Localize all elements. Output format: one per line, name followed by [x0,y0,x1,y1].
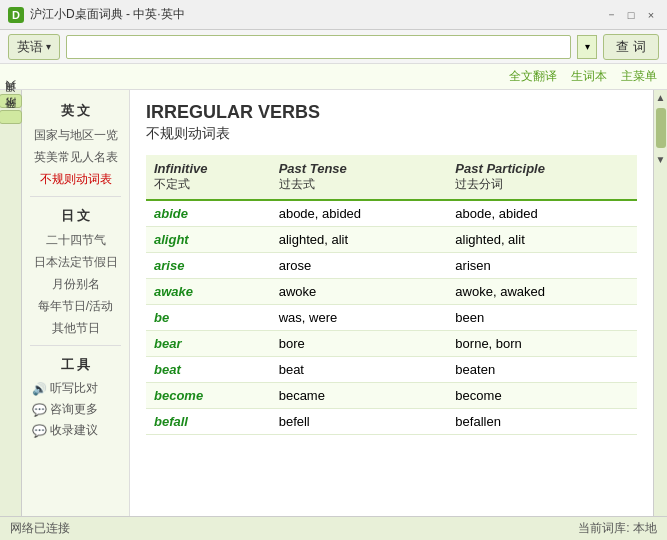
dictation-icon: 🔊 [32,382,47,396]
verb-link[interactable]: beat [154,362,181,377]
cell-past-participle: become [447,383,637,409]
cell-past-tense: arose [271,253,448,279]
cell-infinitive: befall [146,409,271,435]
cell-past-tense: abode, abided [271,200,448,227]
main-layout: 词典 附录 英 文 国家与地区一览 英美常见人名表 不规则动词表 日 文 二十四… [0,90,667,516]
table-row: befall befell befallen [146,409,637,435]
main-menu-link[interactable]: 主菜单 [621,68,657,85]
section-title-japanese: 日 文 [26,203,125,229]
maximize-button[interactable]: □ [623,7,639,23]
divider-1 [30,196,121,197]
toolbar: 英语 ▾ 查 词 [0,30,667,64]
scroll-up-arrow[interactable]: ▲ [654,90,668,104]
scroll-thumb[interactable] [656,108,666,148]
app-icon: D [8,7,24,23]
cell-past-tense: bore [271,331,448,357]
cell-infinitive: arise [146,253,271,279]
table-row: abide abode, abided abode, abided [146,200,637,227]
sidebar-nav: 英 文 国家与地区一览 英美常见人名表 不规则动词表 日 文 二十四节气 日本法… [22,90,130,516]
action-bar: 全文翻译 生词本 主菜单 [0,64,667,90]
table-row: become became become [146,383,637,409]
cell-past-participle: borne, born [447,331,637,357]
nav-irregular-verbs[interactable]: 不规则动词表 [26,168,125,190]
search-dropdown-arrow[interactable]: ▾ [577,35,597,59]
page-title-chinese: 不规则动词表 [146,125,637,143]
table-row: beat beat beaten [146,357,637,383]
verb-link[interactable]: awake [154,284,193,299]
cell-infinitive: abide [146,200,271,227]
divider-2 [30,345,121,346]
irregular-verbs-table: Infinitive 不定式 Past Tense 过去式 Past Parti… [146,155,637,435]
nav-dictation[interactable]: 🔊 听写比对 [26,378,125,399]
cell-infinitive: beat [146,357,271,383]
cell-past-tense: awoke [271,279,448,305]
nav-jp-holidays[interactable]: 日本法定节假日 [26,251,125,273]
tab-appendix[interactable]: 附录 [0,110,22,124]
cell-past-participle: alighted, alit [447,227,637,253]
section-title-english: 英 文 [26,98,125,124]
table-row: alight alighted, alit alighted, alit [146,227,637,253]
verb-link[interactable]: arise [154,258,184,273]
verb-link[interactable]: befall [154,414,188,429]
vocabulary-link[interactable]: 生词本 [571,68,607,85]
window-controls: － □ × [603,7,659,23]
nav-24-solar[interactable]: 二十四节气 [26,229,125,251]
nav-suggest[interactable]: 💬 收录建议 [26,420,125,441]
scrollbar: ▲ ▼ [653,90,667,516]
nav-other-holidays[interactable]: 其他节日 [26,317,125,339]
window-title: 沪江小D桌面词典 - 中英·英中 [30,6,603,23]
nav-names[interactable]: 英美常见人名表 [26,146,125,168]
cell-past-tense: was, were [271,305,448,331]
verb-link[interactable]: abide [154,206,188,221]
col-header-infinitive: Infinitive 不定式 [146,155,271,200]
scroll-down-arrow[interactable]: ▼ [654,152,668,166]
table-row: awake awoke awoke, awaked [146,279,637,305]
cell-infinitive: be [146,305,271,331]
cell-past-tense: befell [271,409,448,435]
cell-past-participle: awoke, awaked [447,279,637,305]
sidebar-tabs: 词典 附录 [0,90,22,516]
content-area: IRREGULAR VERBS 不规则动词表 Infinitive 不定式 Pa… [130,90,653,516]
nav-yearly-events[interactable]: 每年节日/活动 [26,295,125,317]
language-select-button[interactable]: 英语 [8,34,60,60]
verb-link[interactable]: become [154,388,203,403]
table-row: arise arose arisen [146,253,637,279]
title-bar: D 沪江小D桌面词典 - 中英·英中 － □ × [0,0,667,30]
tab-dictionary[interactable]: 词典 [0,94,22,108]
cell-past-tense: alighted, alit [271,227,448,253]
full-translation-link[interactable]: 全文翻译 [509,68,557,85]
search-input[interactable] [66,35,571,59]
nav-consult[interactable]: 💬 咨询更多 [26,399,125,420]
cell-past-participle: beaten [447,357,637,383]
cell-infinitive: bear [146,331,271,357]
page-title-english: IRREGULAR VERBS [146,102,637,123]
table-row: bear bore borne, born [146,331,637,357]
status-bar: 网络已连接 当前词库: 本地 [0,516,667,540]
table-row: be was, were been [146,305,637,331]
cell-past-participle: been [447,305,637,331]
suggest-icon: 💬 [32,424,47,438]
cell-infinitive: alight [146,227,271,253]
dictionary-status: 当前词库: 本地 [578,520,657,537]
cell-infinitive: become [146,383,271,409]
verb-link[interactable]: be [154,310,169,325]
verb-link[interactable]: alight [154,232,189,247]
cell-infinitive: awake [146,279,271,305]
cell-past-tense: became [271,383,448,409]
cell-past-participle: befallen [447,409,637,435]
cell-past-participle: arisen [447,253,637,279]
nav-months[interactable]: 月份别名 [26,273,125,295]
col-header-past-tense: Past Tense 过去式 [271,155,448,200]
network-status: 网络已连接 [10,520,70,537]
close-button[interactable]: × [643,7,659,23]
consult-icon: 💬 [32,403,47,417]
cell-past-participle: abode, abided [447,200,637,227]
verb-link[interactable]: bear [154,336,181,351]
cell-past-tense: beat [271,357,448,383]
col-header-past-participle: Past Participle 过去分词 [447,155,637,200]
section-title-tools: 工 具 [26,352,125,378]
nav-countries[interactable]: 国家与地区一览 [26,124,125,146]
search-button[interactable]: 查 词 [603,34,659,60]
minimize-button[interactable]: － [603,7,619,23]
